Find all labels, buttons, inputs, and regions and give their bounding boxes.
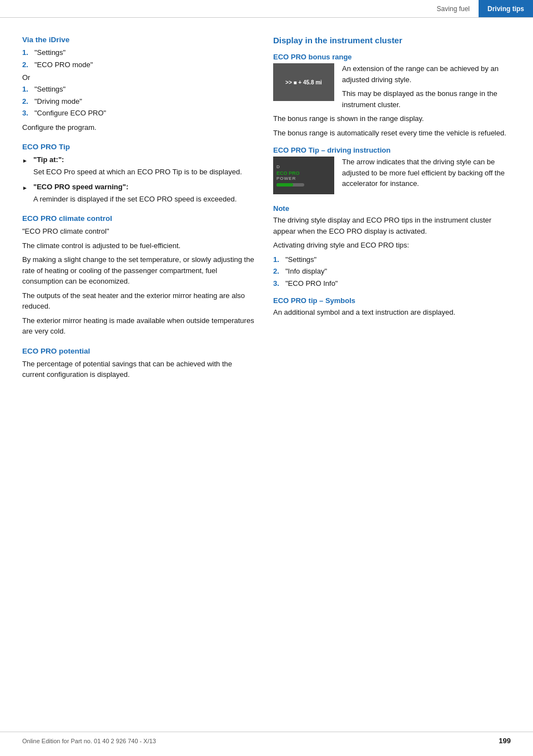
right-column: Display in the instrument cluster ECO PR… <box>273 36 511 384</box>
eco-pro-climate-heading: ECO PRO climate control <box>22 214 255 223</box>
list-item: 3. "Configure ECO PRO" <box>22 108 255 119</box>
ecopro-power-label: POWER <box>276 176 296 181</box>
list-num: 3. <box>273 278 282 289</box>
bullet-label: "ECO PRO speed warning": <box>33 182 255 193</box>
bullet-arrow-icon: ► <box>22 157 29 177</box>
list-item: 2. "Info display" <box>273 266 511 277</box>
bonus-line4: The bonus range is automatically reset e… <box>273 128 511 139</box>
ecopro-img-inner: D ECO PRO POWER <box>273 157 334 194</box>
climate-line5: The exterior mirror heating is made avai… <box>22 315 255 337</box>
ecopro-image: D ECO PRO POWER <box>273 157 334 194</box>
eco-pro-potential-heading: ECO PRO potential <box>22 347 255 355</box>
eco-pro-tip-bullets: ► "Tip at:": Set ECO Pro speed at which … <box>22 154 255 204</box>
climate-line1: "ECO PRO climate control" <box>22 226 255 237</box>
list-num: 1. <box>22 84 31 95</box>
list-item: 1. "Settings" <box>22 84 255 95</box>
bullet-item: ► "ECO PRO speed warning": A reminder is… <box>22 182 255 204</box>
page-footer: Online Edition for Part no. 01 40 2 926 … <box>0 732 533 745</box>
list-item: 2. "ECO PRO mode" <box>22 59 255 70</box>
list-text: "Info display" <box>285 266 327 277</box>
note-label: Note <box>273 204 511 213</box>
via-idrive-heading: Via the iDrive <box>22 36 255 44</box>
list-item: 2. "Driving mode" <box>22 96 255 107</box>
list-num: 2. <box>22 59 31 70</box>
list-num: 1. <box>273 254 282 265</box>
list-text: "Settings" <box>285 254 316 265</box>
gauge-fill <box>276 183 293 187</box>
page-number: 199 <box>499 737 511 745</box>
eco-pro-tip-driving-heading: ECO PRO Tip – driving instruction <box>273 146 511 154</box>
range-img-text: >> ■ + 45.8 mi <box>285 79 322 85</box>
list-num: 3. <box>22 108 31 119</box>
bullet-arrow-icon: ► <box>22 184 29 204</box>
bullet-label: "Tip at:": <box>33 154 255 165</box>
climate-line2: The climate control is adjusted to be fu… <box>22 240 255 251</box>
page-header: Saving fuel Driving tips <box>0 0 533 18</box>
list-text: "Settings" <box>34 84 66 95</box>
bullet-content: "ECO PRO speed warning": A reminder is d… <box>33 182 255 204</box>
note-line2: Activating driving style and ECO PRO tip… <box>273 240 511 251</box>
tip-driving-section: D ECO PRO POWER The arrow indicates that… <box>273 157 511 196</box>
list-text: "Driving mode" <box>34 96 82 107</box>
eco-pro-tip-symbols-heading: ECO PRO tip – Symbols <box>273 296 511 305</box>
list-num: 2. <box>273 266 282 277</box>
steps-list-1: 1. "Settings" 2. "ECO PRO mode" <box>22 47 255 70</box>
list-num: 1. <box>22 47 31 58</box>
climate-line3: By making a slight change to the set tem… <box>22 254 255 287</box>
steps-list-2: 1. "Settings" 2. "Driving mode" 3. "Conf… <box>22 84 255 119</box>
bullet-body: A reminder is displayed if the set ECO P… <box>33 195 237 203</box>
bullet-item: ► "Tip at:": Set ECO Pro speed at which … <box>22 154 255 177</box>
or-separator: Or <box>22 73 255 82</box>
list-text: "ECO PRO Info" <box>285 278 338 289</box>
note-steps-list: 1. "Settings" 2. "Info display" 3. "ECO … <box>273 254 511 289</box>
configure-text: Configure the program. <box>22 122 255 133</box>
header-driving-tips: Driving tips <box>479 0 533 17</box>
ecopro-logo-text: ECO PRO <box>276 170 300 176</box>
list-item: 1. "Settings" <box>22 47 255 58</box>
gauge-bar <box>276 183 304 187</box>
display-heading: Display in the instrument cluster <box>273 36 511 45</box>
footer-text: Online Edition for Part no. 01 40 2 926 … <box>22 738 156 744</box>
eco-pro-tip-heading: ECO PRO Tip <box>22 143 255 151</box>
ecopro-gauge <box>276 183 304 187</box>
bonus-line3: The bonus range is shown in the range di… <box>273 113 511 124</box>
list-text: "ECO PRO mode" <box>34 59 93 70</box>
range-img-inner: >> ■ + 45.8 mi <box>273 63 334 101</box>
header-saving-fuel: Saving fuel <box>428 0 479 17</box>
list-item: 1. "Settings" <box>273 254 511 265</box>
potential-text: The percentage of potential savings that… <box>22 359 255 380</box>
range-image: >> ■ + 45.8 mi <box>273 63 334 101</box>
bonus-range-section: >> ■ + 45.8 mi An extension of the range… <box>273 63 511 113</box>
list-text: "Settings" <box>34 47 66 58</box>
list-item: 3. "ECO PRO Info" <box>273 278 511 289</box>
left-column: Via the iDrive 1. "Settings" 2. "ECO PRO… <box>22 36 255 384</box>
list-num: 2. <box>22 96 31 107</box>
note-line1: The driving style display and ECO PRO ti… <box>273 215 511 236</box>
bullet-content: "Tip at:": Set ECO Pro speed at which an… <box>33 154 255 177</box>
symbols-text: An additional symbol and a text instruct… <box>273 307 511 318</box>
bullet-body: Set ECO Pro speed at which an ECO PRO Ti… <box>33 168 242 176</box>
climate-line4: The outputs of the seat heater and the e… <box>22 290 255 312</box>
eco-pro-bonus-heading: ECO PRO bonus range <box>273 53 511 61</box>
list-text: "Configure ECO PRO" <box>34 108 106 119</box>
ecopro-d-label: D <box>276 164 280 169</box>
main-content: Via the iDrive 1. "Settings" 2. "ECO PRO… <box>0 18 533 417</box>
